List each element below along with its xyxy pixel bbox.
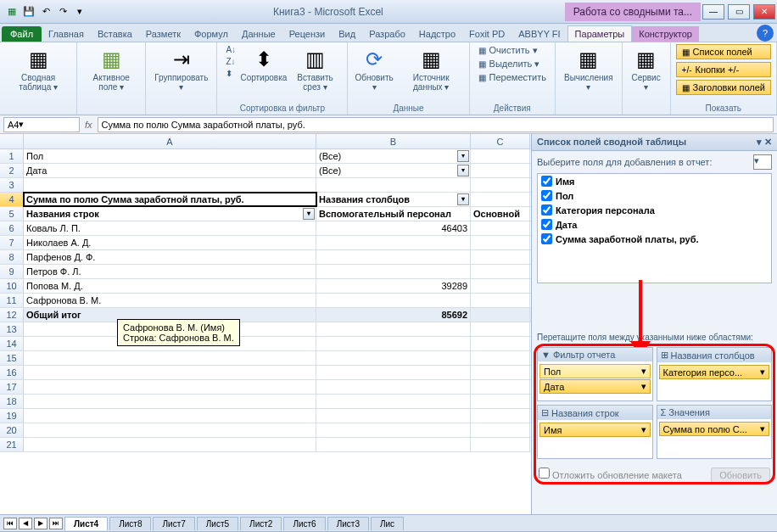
sort-button[interactable]: ⬍Сортировка [243, 44, 285, 84]
sort-desc-button[interactable]: Z↓ [222, 56, 239, 67]
cell[interactable] [471, 395, 530, 408]
row-21[interactable]: 21 [0, 438, 24, 451]
cell[interactable] [471, 423, 530, 437]
select-button[interactable]: ▦ Выделить ▾ [475, 58, 550, 70]
sheet-nav-last[interactable]: ⏭ [49, 518, 63, 529]
undo-icon[interactable]: ↶ [39, 5, 53, 19]
col-C[interactable]: C [471, 134, 530, 148]
group-button[interactable]: ⇥Группировать ▾ [151, 44, 211, 93]
field-name[interactable]: Сумма заработной платы, руб. [556, 234, 699, 244]
cell[interactable] [471, 409, 530, 423]
cell[interactable] [316, 380, 471, 394]
row-8[interactable]: 8 [0, 250, 24, 264]
cell[interactable] [24, 351, 316, 365]
cell[interactable] [471, 164, 530, 177]
field-name[interactable]: Категория персонала [556, 205, 655, 216]
field-name[interactable]: Пол [556, 191, 573, 201]
cell[interactable] [316, 250, 471, 264]
field-checkbox[interactable] [541, 219, 552, 230]
tab-addins[interactable]: Надстро [412, 26, 462, 42]
tab-view[interactable]: Вид [332, 26, 362, 42]
cell[interactable] [316, 322, 471, 336]
cell[interactable] [471, 265, 530, 278]
row-16[interactable]: 16 [0, 366, 24, 379]
row-10[interactable]: 10 [0, 279, 24, 293]
select-all-corner[interactable] [0, 134, 24, 148]
field-checkbox[interactable] [541, 233, 552, 244]
cell[interactable] [316, 395, 471, 408]
cell[interactable] [24, 395, 316, 408]
row-20[interactable]: 20 [0, 423, 24, 437]
sheet-tab[interactable]: Лист5 [197, 517, 238, 530]
slicer-button[interactable]: ▥Вставить срез ▾ [288, 44, 343, 93]
cell[interactable]: (Все)▾ [316, 149, 471, 163]
row-11[interactable]: 11 [0, 294, 24, 307]
save-icon[interactable]: 💾 [22, 5, 36, 19]
field-name[interactable]: Дата [556, 220, 577, 230]
tab-data[interactable]: Данные [235, 26, 282, 42]
name-box[interactable]: A4 ▾ [3, 117, 80, 132]
sort-asc-button[interactable]: A↓ [222, 44, 239, 55]
cell[interactable] [471, 221, 530, 235]
sheet-tab[interactable]: Лист6 [283, 517, 325, 530]
formula-input[interactable]: Сумма по полю Сумма заработной платы, ру… [98, 117, 774, 132]
tab-pivot-options[interactable]: Параметры [567, 25, 633, 42]
sheet-nav-prev[interactable]: ◀ [19, 518, 32, 529]
cell[interactable] [471, 294, 530, 307]
layout-options-button[interactable]: ▾ [753, 154, 772, 170]
qat-dropdown-icon[interactable]: ▾ [73, 5, 87, 19]
cell[interactable]: Сафронова В. М. [24, 294, 316, 307]
row-14[interactable]: 14 [0, 337, 24, 350]
calc-button[interactable]: ▦Вычисления ▾ [561, 44, 617, 93]
show-field-list-button[interactable]: ▦ Список полей [676, 44, 771, 59]
cell[interactable]: Петров Ф. Л. [24, 265, 316, 278]
cell[interactable]: Названия строк▾ [24, 207, 316, 221]
row-3[interactable]: 3 [0, 178, 24, 192]
row-19[interactable]: 19 [0, 409, 24, 423]
field-name[interactable]: Имя [556, 176, 574, 187]
tab-formulas[interactable]: Формул [187, 26, 235, 42]
cell[interactable] [471, 236, 530, 249]
sheet-tab[interactable]: Лист7 [153, 517, 194, 530]
spreadsheet-grid[interactable]: A B C 1Пол(Все)▾ 2Дата(Все)▾ 3 4Сумма по… [0, 134, 531, 514]
tab-pivot-design[interactable]: Конструктор [632, 26, 699, 42]
cell[interactable] [24, 366, 316, 379]
row-6[interactable]: 6 [0, 221, 24, 235]
cell[interactable]: Попова М. Д. [24, 279, 316, 293]
cell[interactable] [471, 178, 530, 192]
cell[interactable] [471, 351, 530, 365]
cell[interactable] [24, 423, 316, 437]
sheet-tab[interactable]: Лист3 [327, 517, 369, 530]
service-button[interactable]: ▦Сервис ▾ [628, 44, 665, 93]
tab-abbyy[interactable]: ABBYY FI [511, 26, 567, 42]
cell[interactable]: Николаев А. Д. [24, 236, 316, 249]
cell[interactable]: Коваль Л. П. [24, 221, 316, 235]
cell[interactable] [471, 438, 530, 451]
cell[interactable]: Парфенов Д. Ф. [24, 250, 316, 264]
cell[interactable]: 39289 [316, 279, 471, 293]
field-checkbox[interactable] [541, 204, 552, 216]
cell[interactable]: 46403 [316, 221, 471, 235]
row-9[interactable]: 9 [0, 265, 24, 278]
refresh-button[interactable]: ⟳Обновить ▾ [353, 44, 395, 93]
cell[interactable]: 85692 [316, 308, 471, 322]
cell[interactable] [471, 337, 530, 350]
cell[interactable] [316, 409, 471, 423]
row-5[interactable]: 5 [0, 207, 24, 221]
close-button[interactable]: ✕ [753, 4, 775, 20]
filter-dropdown-icon[interactable]: ▾ [457, 150, 469, 162]
cell[interactable] [24, 380, 316, 394]
row-12[interactable]: 12 [0, 308, 24, 322]
cell[interactable] [316, 351, 471, 365]
cell[interactable] [24, 178, 316, 192]
row-15[interactable]: 15 [0, 351, 24, 365]
cell[interactable] [471, 193, 530, 206]
fx-icon[interactable]: fx [85, 120, 92, 130]
show-buttons-button[interactable]: +/- Кнопки +/- [676, 62, 771, 77]
sheet-nav-next[interactable]: ▶ [34, 518, 48, 529]
filter-dropdown-icon[interactable]: ▾ [457, 165, 469, 176]
tab-file[interactable]: Файл [2, 26, 42, 42]
filter-dropdown-icon[interactable]: ▾ [303, 208, 315, 220]
cell[interactable] [316, 236, 471, 249]
sheet-nav-first[interactable]: ⏮ [3, 518, 17, 529]
